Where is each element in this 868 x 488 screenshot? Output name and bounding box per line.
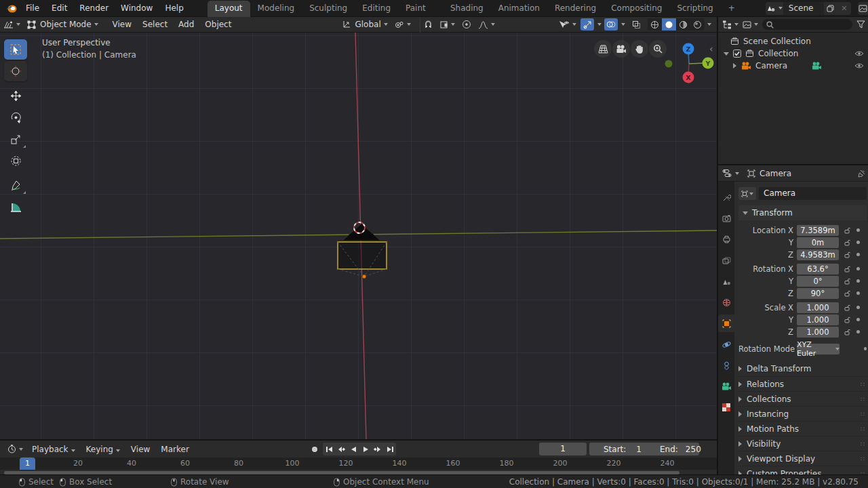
tab-world[interactable]	[718, 293, 734, 311]
shading-dropdown[interactable]	[707, 23, 711, 26]
tool-scale[interactable]	[4, 129, 27, 149]
hide-in-viewport-toggle[interactable]	[854, 62, 864, 69]
animate-dot[interactable]	[856, 318, 860, 321]
gizmo-axis-x[interactable]: X	[683, 72, 694, 83]
menu-timeline-view[interactable]: View	[125, 442, 155, 457]
auto-keyframe-button[interactable]	[309, 443, 321, 455]
properties-editor-type-button[interactable]	[722, 169, 739, 178]
rotation-y-field[interactable]: 0°	[797, 276, 839, 287]
animate-dot[interactable]	[856, 228, 860, 232]
expand-caret-icon[interactable]	[724, 52, 729, 56]
gizmo-axis-neg-y[interactable]	[665, 60, 673, 68]
menu-add[interactable]: Add	[173, 17, 199, 32]
menu-help[interactable]: Help	[159, 0, 189, 16]
breadcrumb-object-name[interactable]: Camera	[760, 169, 791, 178]
workspace-tab-animation[interactable]: Animation	[491, 1, 547, 17]
outliner-search-input[interactable]	[762, 19, 852, 30]
tool-cursor[interactable]	[4, 61, 27, 81]
shading-solid-button[interactable]	[662, 18, 676, 30]
gizmo-axis-z[interactable]: Z	[683, 43, 694, 55]
unlink-scene-button[interactable]: ✕	[837, 2, 851, 15]
animate-dot[interactable]	[856, 241, 860, 244]
object-visibility-dropdown[interactable]	[555, 17, 580, 33]
transform-orientation-dropdown[interactable]: Global	[338, 17, 391, 33]
mode-selector[interactable]: Object Mode	[24, 17, 102, 33]
animate-dot[interactable]	[856, 267, 860, 270]
lock-icon[interactable]	[842, 290, 852, 297]
section-delta-transform[interactable]: Delta Transform	[738, 361, 867, 376]
camera-object[interactable]	[334, 217, 396, 285]
tool-move[interactable]	[4, 85, 27, 106]
current-frame-field[interactable]: 1	[539, 443, 587, 455]
proportional-falloff-dropdown[interactable]	[475, 17, 498, 33]
editor-type-button[interactable]	[0, 17, 24, 33]
scale-x-field[interactable]: 1.000	[797, 302, 839, 313]
section-viewport-display[interactable]: Viewport Display∷	[738, 451, 867, 466]
tab-render[interactable]	[718, 209, 734, 227]
start-frame-field[interactable]: 1	[636, 445, 642, 454]
menu-file[interactable]: File	[20, 0, 45, 16]
section-motion-paths[interactable]: Motion Paths∷	[738, 421, 867, 436]
scale-z-field[interactable]: 1.000	[797, 327, 839, 338]
next-keyframe-button[interactable]	[372, 443, 384, 455]
transform-panel-header[interactable]: Transform	[738, 205, 867, 220]
outliner-display-mode-button[interactable]	[743, 21, 758, 28]
gizmos-dropdown[interactable]	[597, 23, 601, 26]
viewport-3d[interactable]: User Perspective (1) Collection | Camera	[0, 33, 717, 439]
shading-rendered-button[interactable]	[690, 18, 705, 30]
lock-icon[interactable]	[842, 227, 852, 234]
pan-view-icon[interactable]	[631, 40, 648, 58]
sidebar-collapse-arrow[interactable]: ‹	[709, 43, 713, 54]
outliner-row-collection[interactable]: Collection	[718, 47, 868, 60]
lock-icon[interactable]	[842, 329, 852, 336]
animate-dot[interactable]	[856, 279, 860, 283]
play-reverse-button[interactable]	[347, 443, 359, 455]
end-frame-field[interactable]: 250	[686, 445, 701, 454]
prev-keyframe-button[interactable]	[335, 443, 347, 455]
outliner-filter-button[interactable]	[856, 20, 865, 28]
new-scene-button[interactable]	[824, 2, 837, 15]
navigation-gizmo[interactable]: Z Y X	[661, 39, 717, 90]
tool-rotate[interactable]	[4, 107, 27, 127]
outliner-editor-type-button[interactable]	[722, 20, 738, 29]
pivot-point-dropdown[interactable]	[391, 17, 414, 33]
hide-in-viewport-toggle[interactable]	[854, 50, 864, 57]
menu-playback[interactable]: Playback	[26, 442, 81, 457]
proportional-editing-toggle[interactable]	[458, 17, 475, 33]
animate-dot[interactable]	[856, 253, 860, 256]
gizmo-axis-y[interactable]: Y	[703, 58, 714, 69]
scale-y-field[interactable]: 1.000	[797, 314, 839, 325]
tab-constraints[interactable]	[718, 357, 734, 374]
menu-object[interactable]: Object	[199, 17, 237, 32]
location-y-field[interactable]: 0m	[797, 237, 839, 248]
shading-wireframe-button[interactable]	[648, 18, 662, 30]
tool-annotate[interactable]	[4, 175, 27, 195]
tool-select-box[interactable]	[4, 39, 27, 60]
workspace-tab-shading[interactable]: Shading	[443, 1, 491, 17]
workspace-tab-compositing[interactable]: Compositing	[604, 1, 669, 17]
section-visibility[interactable]: Visibility∷	[738, 436, 867, 451]
lock-icon[interactable]	[842, 266, 852, 272]
tab-object-data[interactable]	[718, 378, 734, 395]
jump-to-end-button[interactable]	[384, 443, 396, 455]
tab-view-layer[interactable]	[718, 251, 734, 269]
blender-logo-icon[interactable]	[5, 3, 17, 13]
lock-icon[interactable]	[842, 239, 852, 246]
snap-toggle[interactable]	[420, 17, 436, 33]
menu-keying[interactable]: Keying	[81, 442, 125, 457]
menu-view[interactable]: View	[107, 17, 137, 32]
xray-toggle[interactable]	[629, 18, 643, 30]
add-workspace-button[interactable]: +	[721, 1, 743, 17]
tool-measure[interactable]	[4, 197, 27, 217]
location-x-field[interactable]: 7.3589m	[797, 225, 839, 236]
workspace-tab-layout[interactable]: Layout	[208, 1, 250, 17]
menu-select[interactable]: Select	[137, 17, 173, 32]
jump-to-start-button[interactable]	[323, 443, 335, 455]
animate-dot[interactable]	[856, 306, 860, 309]
collection-checkbox[interactable]	[733, 49, 741, 58]
playhead[interactable]: 1	[20, 458, 35, 470]
lock-icon[interactable]	[842, 251, 852, 258]
tab-output[interactable]	[718, 230, 734, 248]
object-name-field[interactable]: Camera	[759, 187, 867, 200]
outliner-row-scene-collection[interactable]: Scene Collection	[718, 35, 868, 47]
